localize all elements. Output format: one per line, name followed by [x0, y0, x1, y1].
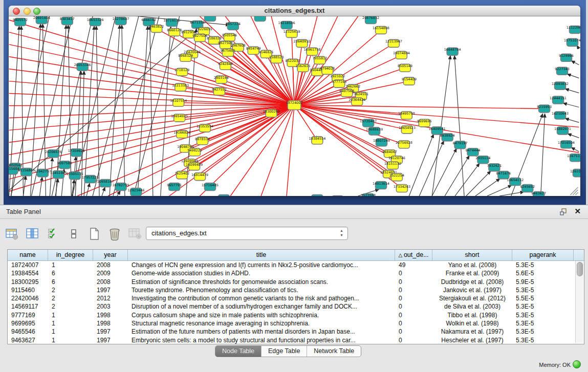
- graph-node[interactable]: 12325419: [284, 30, 300, 37]
- graph-node[interactable]: 10719135: [163, 18, 180, 26]
- table-scrollbar[interactable]: [575, 261, 583, 343]
- new-table-icon[interactable]: [87, 227, 101, 241]
- table-row[interactable]: 946554611997Estimation of the future num…: [8, 327, 584, 336]
- graph-node[interactable]: 7932621: [487, 164, 502, 171]
- graph-node[interactable]: 13505135: [67, 172, 83, 180]
- graph-node[interactable]: 8215953: [537, 105, 552, 113]
- graph-node[interactable]: 8813054: [253, 16, 268, 21]
- graph-node[interactable]: 20756928: [396, 141, 412, 148]
- column-header-pagerank[interactable]: pagerank: [512, 250, 574, 260]
- graph-node[interactable]: 15278607: [112, 17, 129, 25]
- trash-icon[interactable]: [107, 227, 122, 241]
- graph-node[interactable]: 6497568: [339, 89, 354, 97]
- column-header-out_de[interactable]: △ out_de...: [395, 250, 432, 260]
- graph-node[interactable]: 9405572: [13, 18, 28, 26]
- graph-node[interactable]: 12942757: [34, 169, 51, 177]
- graph-node[interactable]: 9227343: [555, 67, 570, 75]
- graph-node[interactable]: 16961758: [303, 48, 320, 55]
- graph-node[interactable]: 16914479: [191, 173, 208, 181]
- tab-network-table[interactable]: Network Table: [307, 346, 361, 357]
- column-header-year[interactable]: year: [93, 250, 128, 260]
- graph-node[interactable]: 8878334: [195, 137, 210, 145]
- table-row[interactable]: 969969511998Structural magnetic resonanc…: [8, 319, 584, 327]
- network-view-window[interactable]: citations_edges.txt 18724007940557220691…: [9, 6, 580, 196]
- graph-node[interactable]: 20876832: [362, 16, 379, 24]
- graph-node[interactable]: 1588520: [269, 55, 284, 63]
- graph-node[interactable]: 7463822: [149, 25, 164, 32]
- graph-node[interactable]: 15716485: [202, 183, 219, 191]
- graph-node[interactable]: 18495798: [398, 112, 415, 119]
- graph-node[interactable]: 9657791: [167, 183, 182, 191]
- graph-node[interactable]: 9474444: [466, 148, 481, 156]
- graph-node[interactable]: 9463627: [531, 192, 546, 196]
- graph-node[interactable]: 11122960: [567, 26, 580, 33]
- column-header-short[interactable]: short: [432, 250, 512, 260]
- close-panel-icon[interactable]: ✕: [574, 207, 581, 216]
- table-row[interactable]: 946362711997Embryonic stem cells: a mode…: [8, 336, 584, 344]
- graph-node[interactable]: 8427552: [212, 87, 227, 95]
- graph-node[interactable]: 14913614: [373, 182, 389, 189]
- graph-node[interactable]: 20364426: [349, 98, 365, 105]
- graph-node[interactable]: 1562615: [296, 64, 311, 72]
- graph-node[interactable]: 12093832: [552, 82, 569, 90]
- graph-node[interactable]: 19384554: [309, 137, 325, 144]
- graph-node[interactable]: 16099489: [186, 163, 203, 170]
- table-source-dropdown[interactable]: citations_edges.txt ▲▼: [146, 227, 348, 240]
- graph-node[interactable]: 12444151: [550, 96, 567, 104]
- graph-node[interactable]: 9699695: [417, 119, 432, 127]
- graph-node[interactable]: 10653326: [87, 18, 104, 26]
- graph-node[interactable]: 2522254: [389, 173, 404, 181]
- graph-node[interactable]: 18151132: [384, 162, 401, 169]
- graph-node[interactable]: 16648784: [444, 48, 461, 55]
- scrollbar-thumb[interactable]: [577, 262, 583, 276]
- rows-icon[interactable]: [67, 227, 81, 241]
- graph-node[interactable]: 6794028: [320, 67, 335, 74]
- table-row[interactable]: 1938455462009Genome-wide association stu…: [8, 269, 584, 277]
- table-row[interactable]: 977716911998Corpus callosum shape and si…: [8, 311, 584, 319]
- graph-node[interactable]: 15751074: [564, 38, 580, 46]
- float-panel-icon[interactable]: [559, 208, 568, 216]
- graph-node[interactable]: 12353594: [197, 124, 213, 132]
- graph-node[interactable]: 8660128: [167, 28, 182, 36]
- graph-node[interactable]: 16154808: [373, 26, 389, 34]
- table-settings-icon[interactable]: [5, 227, 19, 241]
- table-row[interactable]: 2242004622012Investigating the contribut…: [8, 294, 584, 302]
- graph-node[interactable]: 15892971: [554, 127, 571, 135]
- graph-node[interactable]: 8303417: [60, 17, 75, 25]
- graph-node[interactable]: 9129966: [559, 54, 574, 61]
- graph-node[interactable]: 11156869: [18, 168, 35, 176]
- graph-node[interactable]: 10688639: [366, 127, 383, 135]
- graph-node[interactable]: 9242848: [218, 62, 233, 70]
- graph-node[interactable]: 5498222: [187, 148, 202, 156]
- graph-node[interactable]: 2935114: [476, 156, 491, 164]
- graph-node[interactable]: [312, 195, 323, 196]
- table-row[interactable]: 1830029562008Estimation of significance …: [8, 278, 584, 286]
- column-select-icon[interactable]: [26, 227, 40, 241]
- graph-node[interactable]: 7625402: [175, 171, 189, 179]
- table-row[interactable]: 1456911722003Disruption of a novel membe…: [8, 302, 584, 311]
- graph-node[interactable]: 7523598: [361, 193, 376, 196]
- graph-node[interactable]: 8505546: [222, 33, 237, 41]
- graph-node[interactable]: 2803144: [214, 76, 229, 83]
- graph-node[interactable]: 17016504: [558, 141, 575, 148]
- graph-node[interactable]: 7955812: [312, 56, 327, 64]
- graph-node[interactable]: 12923446: [127, 188, 144, 196]
- graph-node[interactable]: 11675330: [567, 154, 580, 162]
- graph-node[interactable]: 12213967: [385, 39, 402, 47]
- network-canvas[interactable]: 1872400794055722069140683034171065332615…: [9, 16, 580, 196]
- graph-node[interactable]: 6479197: [453, 141, 468, 149]
- window-titlebar[interactable]: citations_edges.txt: [9, 6, 580, 16]
- table-row[interactable]: 911546021997Tourette syndrome. Phenomeno…: [8, 286, 584, 294]
- graph-node[interactable]: 8505149: [398, 64, 412, 72]
- graph-node[interactable]: 8938924: [440, 134, 455, 141]
- graph-node[interactable]: 8968329: [178, 54, 193, 61]
- graph-node[interactable]: 23640910: [293, 39, 310, 47]
- graph-node[interactable]: 9245652: [520, 185, 535, 192]
- graph-node[interactable]: 9827506: [192, 34, 207, 41]
- checklist-icon[interactable]: [46, 227, 60, 241]
- resize-grip[interactable]: [570, 187, 578, 195]
- graph-node[interactable]: 9154409: [402, 77, 417, 85]
- graph-node[interactable]: 2718129: [175, 68, 189, 76]
- graph-node[interactable]: 18724007: [286, 101, 303, 110]
- graph-node[interactable]: 3777163: [332, 80, 346, 87]
